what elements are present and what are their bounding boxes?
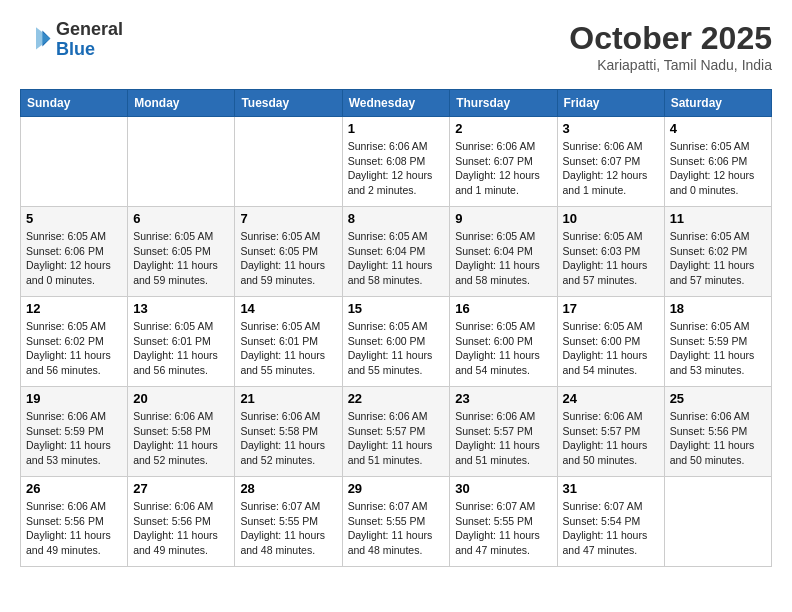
cell-info: Sunrise: 6:06 AM Sunset: 5:57 PM Dayligh… (563, 409, 659, 468)
calendar-cell: 1Sunrise: 6:06 AM Sunset: 6:08 PM Daylig… (342, 117, 450, 207)
day-number: 18 (670, 301, 766, 316)
day-number: 26 (26, 481, 122, 496)
weekday-header-row: SundayMondayTuesdayWednesdayThursdayFrid… (21, 90, 772, 117)
day-number: 21 (240, 391, 336, 406)
calendar-table: SundayMondayTuesdayWednesdayThursdayFrid… (20, 89, 772, 567)
day-number: 9 (455, 211, 551, 226)
calendar-week-row: 26Sunrise: 6:06 AM Sunset: 5:56 PM Dayli… (21, 477, 772, 567)
page-header: General Blue October 2025 Kariapatti, Ta… (20, 20, 772, 73)
calendar-week-row: 1Sunrise: 6:06 AM Sunset: 6:08 PM Daylig… (21, 117, 772, 207)
day-number: 3 (563, 121, 659, 136)
cell-info: Sunrise: 6:06 AM Sunset: 5:56 PM Dayligh… (26, 499, 122, 558)
weekday-header-cell: Tuesday (235, 90, 342, 117)
cell-info: Sunrise: 6:07 AM Sunset: 5:54 PM Dayligh… (563, 499, 659, 558)
calendar-cell: 14Sunrise: 6:05 AM Sunset: 6:01 PM Dayli… (235, 297, 342, 387)
calendar-cell: 31Sunrise: 6:07 AM Sunset: 5:54 PM Dayli… (557, 477, 664, 567)
calendar-cell: 13Sunrise: 6:05 AM Sunset: 6:01 PM Dayli… (128, 297, 235, 387)
cell-info: Sunrise: 6:05 AM Sunset: 6:00 PM Dayligh… (563, 319, 659, 378)
month-title: October 2025 (569, 20, 772, 57)
weekday-header-cell: Wednesday (342, 90, 450, 117)
day-number: 14 (240, 301, 336, 316)
cell-info: Sunrise: 6:06 AM Sunset: 5:58 PM Dayligh… (133, 409, 229, 468)
day-number: 20 (133, 391, 229, 406)
weekday-header-cell: Monday (128, 90, 235, 117)
day-number: 28 (240, 481, 336, 496)
cell-info: Sunrise: 6:05 AM Sunset: 6:04 PM Dayligh… (348, 229, 445, 288)
day-number: 24 (563, 391, 659, 406)
calendar-cell: 25Sunrise: 6:06 AM Sunset: 5:56 PM Dayli… (664, 387, 771, 477)
cell-info: Sunrise: 6:06 AM Sunset: 5:56 PM Dayligh… (670, 409, 766, 468)
calendar-cell: 28Sunrise: 6:07 AM Sunset: 5:55 PM Dayli… (235, 477, 342, 567)
day-number: 25 (670, 391, 766, 406)
calendar-cell: 9Sunrise: 6:05 AM Sunset: 6:04 PM Daylig… (450, 207, 557, 297)
day-number: 30 (455, 481, 551, 496)
title-block: October 2025 Kariapatti, Tamil Nadu, Ind… (569, 20, 772, 73)
calendar-cell: 30Sunrise: 6:07 AM Sunset: 5:55 PM Dayli… (450, 477, 557, 567)
calendar-cell: 18Sunrise: 6:05 AM Sunset: 5:59 PM Dayli… (664, 297, 771, 387)
day-number: 13 (133, 301, 229, 316)
calendar-week-row: 5Sunrise: 6:05 AM Sunset: 6:06 PM Daylig… (21, 207, 772, 297)
svg-marker-1 (36, 27, 50, 49)
calendar-cell: 11Sunrise: 6:05 AM Sunset: 6:02 PM Dayli… (664, 207, 771, 297)
cell-info: Sunrise: 6:07 AM Sunset: 5:55 PM Dayligh… (455, 499, 551, 558)
calendar-cell: 12Sunrise: 6:05 AM Sunset: 6:02 PM Dayli… (21, 297, 128, 387)
day-number: 27 (133, 481, 229, 496)
cell-info: Sunrise: 6:07 AM Sunset: 5:55 PM Dayligh… (240, 499, 336, 558)
cell-info: Sunrise: 6:06 AM Sunset: 5:58 PM Dayligh… (240, 409, 336, 468)
calendar-cell: 17Sunrise: 6:05 AM Sunset: 6:00 PM Dayli… (557, 297, 664, 387)
day-number: 12 (26, 301, 122, 316)
weekday-header-cell: Sunday (21, 90, 128, 117)
day-number: 7 (240, 211, 336, 226)
day-number: 29 (348, 481, 445, 496)
calendar-cell: 5Sunrise: 6:05 AM Sunset: 6:06 PM Daylig… (21, 207, 128, 297)
cell-info: Sunrise: 6:06 AM Sunset: 5:56 PM Dayligh… (133, 499, 229, 558)
cell-info: Sunrise: 6:05 AM Sunset: 6:01 PM Dayligh… (133, 319, 229, 378)
calendar-cell: 6Sunrise: 6:05 AM Sunset: 6:05 PM Daylig… (128, 207, 235, 297)
logo-icon (20, 24, 52, 56)
day-number: 16 (455, 301, 551, 316)
cell-info: Sunrise: 6:06 AM Sunset: 5:57 PM Dayligh… (348, 409, 445, 468)
logo: General Blue (20, 20, 123, 60)
cell-info: Sunrise: 6:06 AM Sunset: 6:08 PM Dayligh… (348, 139, 445, 198)
calendar-week-row: 12Sunrise: 6:05 AM Sunset: 6:02 PM Dayli… (21, 297, 772, 387)
day-number: 4 (670, 121, 766, 136)
cell-info: Sunrise: 6:07 AM Sunset: 5:55 PM Dayligh… (348, 499, 445, 558)
cell-info: Sunrise: 6:05 AM Sunset: 6:02 PM Dayligh… (670, 229, 766, 288)
calendar-cell (21, 117, 128, 207)
cell-info: Sunrise: 6:05 AM Sunset: 6:01 PM Dayligh… (240, 319, 336, 378)
cell-info: Sunrise: 6:05 AM Sunset: 6:05 PM Dayligh… (133, 229, 229, 288)
calendar-cell (664, 477, 771, 567)
calendar-cell: 8Sunrise: 6:05 AM Sunset: 6:04 PM Daylig… (342, 207, 450, 297)
calendar-cell: 23Sunrise: 6:06 AM Sunset: 5:57 PM Dayli… (450, 387, 557, 477)
calendar-cell (235, 117, 342, 207)
cell-info: Sunrise: 6:05 AM Sunset: 6:06 PM Dayligh… (670, 139, 766, 198)
calendar-cell: 4Sunrise: 6:05 AM Sunset: 6:06 PM Daylig… (664, 117, 771, 207)
day-number: 19 (26, 391, 122, 406)
calendar-cell: 15Sunrise: 6:05 AM Sunset: 6:00 PM Dayli… (342, 297, 450, 387)
weekday-header-cell: Saturday (664, 90, 771, 117)
cell-info: Sunrise: 6:05 AM Sunset: 6:04 PM Dayligh… (455, 229, 551, 288)
calendar-cell: 19Sunrise: 6:06 AM Sunset: 5:59 PM Dayli… (21, 387, 128, 477)
cell-info: Sunrise: 6:06 AM Sunset: 6:07 PM Dayligh… (563, 139, 659, 198)
cell-info: Sunrise: 6:05 AM Sunset: 6:05 PM Dayligh… (240, 229, 336, 288)
calendar-cell (128, 117, 235, 207)
calendar-cell: 16Sunrise: 6:05 AM Sunset: 6:00 PM Dayli… (450, 297, 557, 387)
location: Kariapatti, Tamil Nadu, India (569, 57, 772, 73)
calendar-cell: 3Sunrise: 6:06 AM Sunset: 6:07 PM Daylig… (557, 117, 664, 207)
cell-info: Sunrise: 6:06 AM Sunset: 5:59 PM Dayligh… (26, 409, 122, 468)
calendar-cell: 26Sunrise: 6:06 AM Sunset: 5:56 PM Dayli… (21, 477, 128, 567)
calendar-cell: 22Sunrise: 6:06 AM Sunset: 5:57 PM Dayli… (342, 387, 450, 477)
logo-line1: General (56, 20, 123, 40)
calendar-cell: 29Sunrise: 6:07 AM Sunset: 5:55 PM Dayli… (342, 477, 450, 567)
weekday-header-cell: Friday (557, 90, 664, 117)
calendar-cell: 10Sunrise: 6:05 AM Sunset: 6:03 PM Dayli… (557, 207, 664, 297)
cell-info: Sunrise: 6:05 AM Sunset: 6:02 PM Dayligh… (26, 319, 122, 378)
calendar-cell: 21Sunrise: 6:06 AM Sunset: 5:58 PM Dayli… (235, 387, 342, 477)
calendar-body: 1Sunrise: 6:06 AM Sunset: 6:08 PM Daylig… (21, 117, 772, 567)
day-number: 8 (348, 211, 445, 226)
day-number: 17 (563, 301, 659, 316)
cell-info: Sunrise: 6:05 AM Sunset: 5:59 PM Dayligh… (670, 319, 766, 378)
day-number: 11 (670, 211, 766, 226)
calendar-cell: 24Sunrise: 6:06 AM Sunset: 5:57 PM Dayli… (557, 387, 664, 477)
cell-info: Sunrise: 6:06 AM Sunset: 5:57 PM Dayligh… (455, 409, 551, 468)
